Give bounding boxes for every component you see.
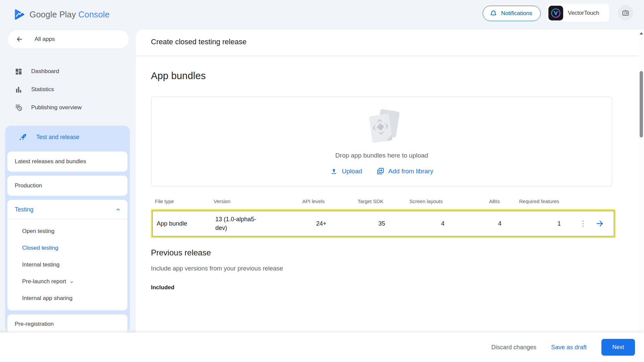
divider [136,56,644,56]
sidebar-item-internal-testing[interactable]: Internal testing [7,256,127,273]
testing-label: Testing [15,206,33,213]
row-detail-arrow-button[interactable] [595,219,604,228]
cell-version: 13 (1.0-alpha5-dev) [215,215,266,232]
discard-changes-button[interactable]: Discard changes [491,344,536,351]
bundle-table-header: File type Version API levels Target SDK … [151,198,614,204]
sidebar-card-latest-releases[interactable]: Latest releases and bundles [7,152,127,172]
card-label: Production [15,182,42,189]
all-apps-back-button[interactable]: All apps [7,29,129,49]
previous-release-description: Include app versions from your previous … [151,265,283,272]
page-title-bar: Create closed testing release [136,29,644,56]
sidebar-item-label: Test and release [36,134,79,141]
sidebar: All apps Dashboard Statistics Publishing… [0,29,136,333]
cell-required-features: 1 [501,220,561,227]
sidebar-item-closed-testing[interactable]: Closed testing [7,240,127,256]
sub-item-label: Internal testing [22,261,60,268]
google-play-console-logo[interactable]: Google Play Console [13,8,110,21]
column-file-type: File type [151,198,210,204]
drop-zone-text: Drop app bundles here to upload [335,152,428,159]
library-add-icon [376,167,384,175]
sidebar-item-statistics[interactable]: Statistics [0,80,129,99]
add-from-library-button[interactable]: Add from library [376,167,433,175]
app-bundle-pages-icon [361,108,403,147]
save-as-draft-button[interactable]: Save as draft [551,344,587,351]
vectortouch-app-icon [548,6,563,20]
rocket-icon [18,133,28,142]
all-apps-label: All apps [35,36,55,43]
vertical-scrollbar[interactable] [639,29,644,333]
bar-chart-icon [15,86,22,94]
top-header: Google Play Console Notifications [0,0,644,29]
notifications-label: Notifications [501,10,532,17]
play-logo-icon [13,8,25,21]
sidebar-item-test-and-release[interactable]: Test and release [5,126,130,149]
column-version: Version [210,198,290,204]
action-footer: Discard changes Save as draft Next [0,333,644,362]
app-account-chip[interactable]: VectorTouch [547,4,609,22]
sub-item-label: Open testing [22,228,54,235]
sidebar-card-production[interactable]: Production [7,176,127,196]
sidebar-item-dashboard[interactable]: Dashboard [0,62,129,80]
sub-item-label: Closed testing [22,245,58,251]
column-api-levels: API levels [290,198,325,204]
sidebar-item-label: Statistics [31,86,54,93]
sidebar-item-publishing-overview[interactable]: Publishing overview [0,99,129,117]
main-content: Create closed testing release App bundle… [136,29,644,333]
brand-google-play: Google Play [30,10,76,19]
next-button[interactable]: Next [601,339,635,356]
column-screen-layouts: Screen layouts [383,198,443,204]
sidebar-item-internal-app-sharing[interactable]: Internal app sharing [7,290,127,307]
app-bundles-heading: App bundles [151,70,206,81]
page-title: Create closed testing release [151,38,247,46]
cell-screen-layouts: 4 [385,220,444,227]
card-label: Pre-registration [15,321,54,327]
sidebar-item-label: Publishing overview [31,104,82,111]
upload-button[interactable]: Upload [330,168,362,175]
chevron-down-icon [69,280,74,285]
bundle-table-row[interactable]: App bundle 13 (1.0-alpha5-dev) 24+ 35 4 … [152,211,614,236]
brand-text: Google Play Console [30,10,110,19]
developer-badge-button[interactable] [618,5,633,20]
cell-file-type: App bundle [153,220,211,227]
scrollbar-thumb[interactable] [640,71,643,137]
publishing-overview-icon [15,104,23,112]
upload-label: Upload [342,168,362,175]
previous-release-heading: Previous release [151,248,211,257]
back-arrow-icon [16,36,23,43]
cell-target-sdk: 35 [326,220,385,227]
id-badge-icon [622,9,630,17]
chevron-up-icon [115,207,121,212]
column-required-features: Required features [500,198,559,204]
scroll-up-arrow-icon[interactable] [640,32,643,35]
cell-api-levels: 24+ [292,220,326,227]
cell-abis: 4 [444,220,501,227]
sidebar-item-open-testing[interactable]: Open testing [7,223,127,240]
sub-item-label: Pre-launch report [22,278,66,285]
sidebar-item-pre-launch-report[interactable]: Pre-launch report [7,273,127,290]
bell-icon [490,10,497,17]
testing-expander[interactable]: Testing [7,200,127,219]
sidebar-item-label: Dashboard [31,68,59,75]
column-target-sdk: Target SDK [325,198,383,204]
upload-icon [330,168,338,175]
test-and-release-section: Test and release Latest releases and bun… [5,126,130,333]
bundle-drop-zone[interactable]: Drop app bundles here to upload Upload [151,97,612,186]
sidebar-card-testing: Testing Open testing Closed testing Inte… [7,200,127,310]
overflow-menu-icon[interactable]: ⋮ [579,222,587,226]
included-label: Included [151,284,174,291]
account-name: VectorTouch [568,10,599,16]
notifications-button[interactable]: Notifications [483,6,541,21]
dashboard-icon [15,68,22,75]
sub-item-label: Internal app sharing [22,295,72,302]
sidebar-card-pre-registration[interactable]: Pre-registration [7,314,127,334]
add-from-library-label: Add from library [388,168,433,175]
brand-console: Console [78,10,110,19]
card-label: Latest releases and bundles [15,158,86,165]
column-abis: ABIs [443,198,500,204]
bundle-row-highlight: App bundle 13 (1.0-alpha5-dev) 24+ 35 4 … [151,209,615,238]
